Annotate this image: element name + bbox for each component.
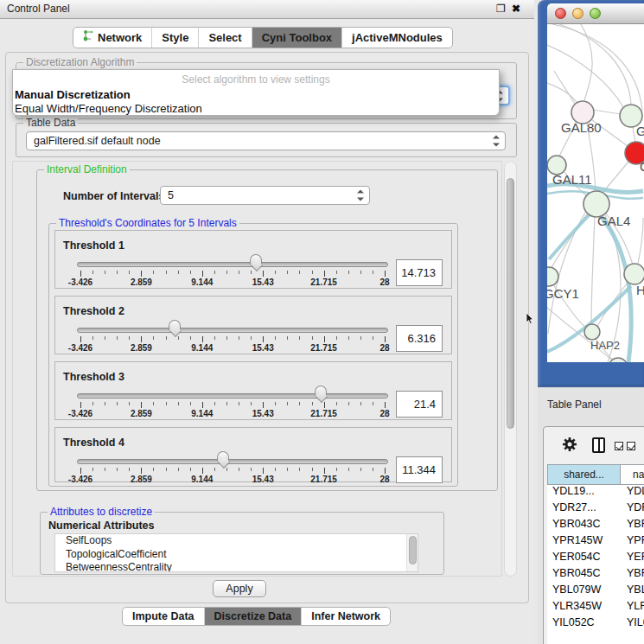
slider-tick — [92, 336, 93, 340]
tab-cyni-toolbox[interactable]: Cyni Toolbox — [252, 28, 341, 48]
tab-discretize-data[interactable]: Discretize Data — [204, 608, 302, 625]
vertical-scrollbar[interactable] — [504, 161, 517, 577]
slider-tick — [226, 402, 227, 405]
table-row[interactable]: YER054CYER0 — [547, 551, 644, 567]
slider-tick — [348, 336, 349, 340]
slider-track[interactable] — [77, 393, 388, 399]
network-graph[interactable]: GAL80 G C GAL11 GAL4 GCY1 H HAP2 — [547, 24, 644, 362]
table-data-value: galFiltered.sif default node — [34, 135, 161, 147]
columns-icon[interactable] — [592, 437, 605, 453]
checkbox-icon[interactable] — [627, 442, 635, 450]
tab-infer-network[interactable]: Infer Network — [301, 608, 390, 625]
table-row[interactable]: YDL19...YDL1 — [547, 485, 644, 501]
slider-tick — [202, 336, 203, 342]
slider-tick — [105, 402, 105, 405]
minimize-traffic-light-icon[interactable] — [572, 8, 583, 19]
list-item[interactable]: BetweennessCentrality — [55, 561, 418, 572]
close-traffic-light-icon[interactable] — [555, 8, 566, 19]
slider-tick — [141, 336, 142, 342]
slider-tick — [129, 402, 130, 405]
group-title: Interval Definition — [44, 164, 130, 175]
network-node[interactable] — [584, 324, 600, 340]
tab-jactivemnodules[interactable]: jActiveMNodules — [341, 28, 452, 48]
slider-track[interactable] — [77, 262, 388, 267]
threshold-value-field[interactable]: 14.713 — [396, 259, 443, 286]
table-row[interactable]: YBL079WYBL0 — [547, 583, 644, 600]
table-row[interactable]: YPR145WYPR1 — [547, 534, 644, 551]
tab-impute-data[interactable]: Impute Data — [123, 608, 204, 625]
table-data-combobox[interactable]: galFiltered.sif default node — [26, 131, 506, 150]
slider-tick-label: 21.715 — [310, 475, 337, 484]
table-row[interactable]: YDR27...YDR2 — [547, 501, 644, 518]
slider-ticks — [80, 336, 385, 343]
numerical-attributes-list[interactable]: SelfLoops TopologicalCoefficient Between… — [54, 533, 418, 572]
slider-handle[interactable] — [217, 451, 229, 462]
column-header-shared-name[interactable]: shared... — [547, 464, 621, 485]
list-item[interactable]: SelfLoops — [55, 534, 418, 548]
slider-tick — [129, 271, 130, 274]
slider-tick — [117, 402, 118, 405]
network-canvas[interactable]: GAL80 G C GAL11 GAL4 GCY1 H HAP2 — [547, 24, 644, 362]
slider-tick — [202, 468, 203, 474]
slider-ticks — [80, 468, 385, 475]
slider-tick — [299, 336, 300, 340]
slider-handle[interactable] — [315, 386, 327, 396]
tab-network[interactable]: Network — [73, 28, 151, 48]
network-icon — [83, 28, 93, 48]
list-item[interactable]: TopologicalCoefficient — [55, 548, 418, 562]
threshold-value-field[interactable]: 11.344 — [396, 456, 443, 483]
tab-label: Style — [162, 28, 188, 48]
popup-option-equal-width-frequency[interactable]: Equal Width/Frequency Discretization — [13, 102, 499, 116]
slider-tick — [178, 336, 179, 340]
slider-tick — [129, 468, 130, 471]
slider-tick — [153, 468, 154, 471]
number-of-intervals-value: 5 — [168, 189, 174, 201]
checkbox-icon[interactable] — [615, 442, 623, 450]
threshold-value-field[interactable]: 21.4 — [396, 391, 443, 418]
slider-tick-label: 9.144 — [191, 409, 213, 418]
table-header-row: shared... na — [547, 464, 644, 485]
tab-label: Cyni Toolbox — [262, 28, 332, 48]
slider-tick — [385, 336, 386, 342]
table-cell: YLR345W — [547, 600, 621, 616]
table-row[interactable]: YLR345WYLR3 — [547, 600, 644, 616]
gear-icon[interactable] — [561, 436, 578, 456]
apply-button[interactable]: Apply — [213, 580, 266, 597]
network-window-titlebar[interactable] — [547, 3, 644, 24]
slider-track[interactable] — [77, 459, 388, 464]
slider-tick — [141, 402, 142, 408]
slider-tick — [190, 402, 191, 405]
scrollbar-thumb[interactable] — [507, 178, 514, 429]
slider-tick — [166, 271, 167, 274]
group-title: Table Data — [23, 118, 78, 129]
node-table[interactable]: shared... na YDL19...YDL1 YDR27...YDR2 Y… — [547, 464, 644, 644]
list-scrollbar[interactable] — [406, 534, 418, 571]
table-row[interactable]: YIL052CYIL0 — [547, 616, 644, 633]
number-of-intervals-combobox[interactable]: 5 — [160, 186, 370, 205]
scrollbar-thumb[interactable] — [409, 536, 417, 564]
node-label: GAL80 — [561, 120, 602, 135]
float-window-icon[interactable]: ❐ — [496, 3, 506, 15]
network-edge — [559, 24, 631, 104]
control-panel-window: Control Panel ❐ ✖ Network Style Select C… — [0, 0, 534, 644]
table-row[interactable]: YBR043CYBR0 — [547, 518, 644, 534]
slider-track[interactable] — [77, 328, 388, 333]
slider-ticks — [80, 402, 385, 409]
slider-tick-label: 15.43 — [252, 277, 274, 287]
tab-style[interactable]: Style — [151, 28, 198, 48]
algorithm-dropdown-popup: Select algorithm to view settings Manual… — [12, 69, 500, 116]
table-toolbar — [544, 427, 644, 463]
close-icon[interactable]: ✖ — [512, 3, 520, 15]
slider-tick — [299, 468, 300, 471]
table-row[interactable]: YBR045CYBR0 — [547, 567, 644, 583]
threshold-value-field[interactable]: 6.316 — [396, 325, 443, 352]
zoom-traffic-light-icon[interactable] — [590, 8, 601, 19]
tab-select[interactable]: Select — [198, 28, 251, 48]
slider-tick — [373, 402, 373, 405]
slider-tick — [178, 468, 179, 471]
slider-handle[interactable] — [169, 320, 181, 330]
slider-handle[interactable] — [250, 254, 262, 265]
column-header-name[interactable]: na — [621, 464, 644, 485]
popup-option-manual-discretization[interactable]: Manual Discretization — [13, 87, 499, 102]
network-node[interactable] — [624, 264, 644, 284]
